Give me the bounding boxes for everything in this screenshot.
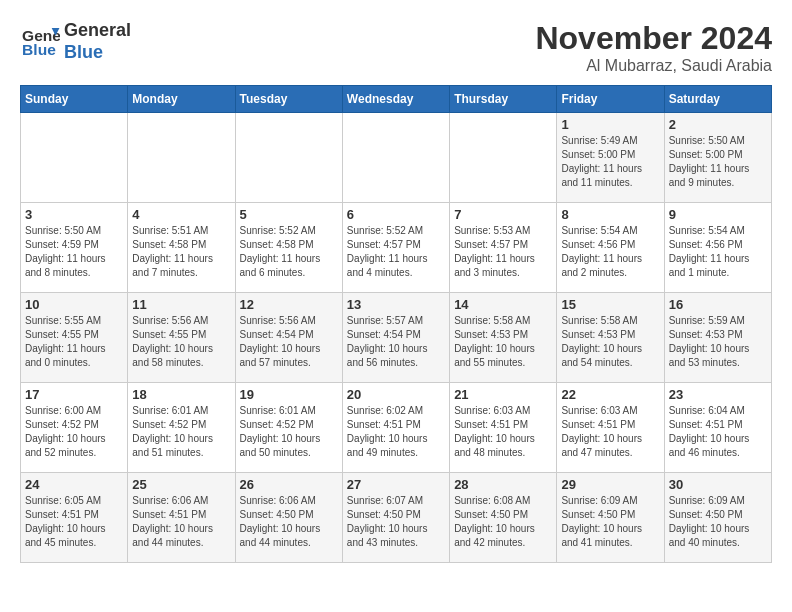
calendar-cell: 25 Sunrise: 6:06 AMSunset: 4:51 PMDaylig…: [128, 473, 235, 563]
calendar-week-row: 3 Sunrise: 5:50 AMSunset: 4:59 PMDayligh…: [21, 203, 772, 293]
day-number: 26: [240, 477, 338, 492]
calendar-cell: 16 Sunrise: 5:59 AMSunset: 4:53 PMDaylig…: [664, 293, 771, 383]
day-number: 16: [669, 297, 767, 312]
logo-line1: General: [64, 20, 131, 42]
day-info: Sunrise: 6:06 AMSunset: 4:50 PMDaylight:…: [240, 495, 321, 548]
day-number: 22: [561, 387, 659, 402]
main-title: November 2024: [535, 20, 772, 57]
calendar-cell: 9 Sunrise: 5:54 AMSunset: 4:56 PMDayligh…: [664, 203, 771, 293]
calendar-cell: 8 Sunrise: 5:54 AMSunset: 4:56 PMDayligh…: [557, 203, 664, 293]
day-info: Sunrise: 5:58 AMSunset: 4:53 PMDaylight:…: [561, 315, 642, 368]
calendar-table: SundayMondayTuesdayWednesdayThursdayFrid…: [20, 85, 772, 563]
calendar-cell: 22 Sunrise: 6:03 AMSunset: 4:51 PMDaylig…: [557, 383, 664, 473]
day-number: 12: [240, 297, 338, 312]
day-number: 3: [25, 207, 123, 222]
day-info: Sunrise: 5:54 AMSunset: 4:56 PMDaylight:…: [561, 225, 642, 278]
day-info: Sunrise: 6:09 AMSunset: 4:50 PMDaylight:…: [669, 495, 750, 548]
calendar-cell: 14 Sunrise: 5:58 AMSunset: 4:53 PMDaylig…: [450, 293, 557, 383]
calendar-cell: 18 Sunrise: 6:01 AMSunset: 4:52 PMDaylig…: [128, 383, 235, 473]
day-number: 5: [240, 207, 338, 222]
day-info: Sunrise: 5:54 AMSunset: 4:56 PMDaylight:…: [669, 225, 750, 278]
calendar-cell: 17 Sunrise: 6:00 AMSunset: 4:52 PMDaylig…: [21, 383, 128, 473]
day-number: 23: [669, 387, 767, 402]
day-number: 27: [347, 477, 445, 492]
day-number: 2: [669, 117, 767, 132]
calendar-cell: 29 Sunrise: 6:09 AMSunset: 4:50 PMDaylig…: [557, 473, 664, 563]
header: General Blue General Blue November 2024 …: [20, 20, 772, 75]
calendar-cell: 1 Sunrise: 5:49 AMSunset: 5:00 PMDayligh…: [557, 113, 664, 203]
calendar-cell: 19 Sunrise: 6:01 AMSunset: 4:52 PMDaylig…: [235, 383, 342, 473]
day-info: Sunrise: 6:01 AMSunset: 4:52 PMDaylight:…: [132, 405, 213, 458]
day-info: Sunrise: 5:55 AMSunset: 4:55 PMDaylight:…: [25, 315, 106, 368]
calendar-week-row: 10 Sunrise: 5:55 AMSunset: 4:55 PMDaylig…: [21, 293, 772, 383]
day-number: 30: [669, 477, 767, 492]
day-info: Sunrise: 6:04 AMSunset: 4:51 PMDaylight:…: [669, 405, 750, 458]
day-number: 28: [454, 477, 552, 492]
day-number: 18: [132, 387, 230, 402]
calendar-cell: 26 Sunrise: 6:06 AMSunset: 4:50 PMDaylig…: [235, 473, 342, 563]
day-number: 24: [25, 477, 123, 492]
svg-text:Blue: Blue: [22, 41, 56, 58]
day-info: Sunrise: 6:05 AMSunset: 4:51 PMDaylight:…: [25, 495, 106, 548]
day-header: Wednesday: [342, 86, 449, 113]
day-header: Saturday: [664, 86, 771, 113]
day-header: Monday: [128, 86, 235, 113]
day-info: Sunrise: 5:57 AMSunset: 4:54 PMDaylight:…: [347, 315, 428, 368]
calendar-cell: 5 Sunrise: 5:52 AMSunset: 4:58 PMDayligh…: [235, 203, 342, 293]
day-info: Sunrise: 5:58 AMSunset: 4:53 PMDaylight:…: [454, 315, 535, 368]
calendar-cell: 24 Sunrise: 6:05 AMSunset: 4:51 PMDaylig…: [21, 473, 128, 563]
day-number: 19: [240, 387, 338, 402]
day-number: 20: [347, 387, 445, 402]
day-number: 10: [25, 297, 123, 312]
calendar-cell: 27 Sunrise: 6:07 AMSunset: 4:50 PMDaylig…: [342, 473, 449, 563]
day-number: 17: [25, 387, 123, 402]
day-info: Sunrise: 5:56 AMSunset: 4:55 PMDaylight:…: [132, 315, 213, 368]
day-info: Sunrise: 6:02 AMSunset: 4:51 PMDaylight:…: [347, 405, 428, 458]
day-number: 1: [561, 117, 659, 132]
calendar-cell: 7 Sunrise: 5:53 AMSunset: 4:57 PMDayligh…: [450, 203, 557, 293]
calendar-cell: [342, 113, 449, 203]
calendar-cell: 12 Sunrise: 5:56 AMSunset: 4:54 PMDaylig…: [235, 293, 342, 383]
day-info: Sunrise: 5:52 AMSunset: 4:58 PMDaylight:…: [240, 225, 321, 278]
day-info: Sunrise: 6:03 AMSunset: 4:51 PMDaylight:…: [561, 405, 642, 458]
calendar-cell: 20 Sunrise: 6:02 AMSunset: 4:51 PMDaylig…: [342, 383, 449, 473]
day-info: Sunrise: 6:06 AMSunset: 4:51 PMDaylight:…: [132, 495, 213, 548]
calendar-header-row: SundayMondayTuesdayWednesdayThursdayFrid…: [21, 86, 772, 113]
day-number: 8: [561, 207, 659, 222]
day-info: Sunrise: 6:07 AMSunset: 4:50 PMDaylight:…: [347, 495, 428, 548]
day-info: Sunrise: 6:03 AMSunset: 4:51 PMDaylight:…: [454, 405, 535, 458]
calendar-cell: [128, 113, 235, 203]
day-info: Sunrise: 5:51 AMSunset: 4:58 PMDaylight:…: [132, 225, 213, 278]
day-info: Sunrise: 5:50 AMSunset: 5:00 PMDaylight:…: [669, 135, 750, 188]
calendar-cell: 6 Sunrise: 5:52 AMSunset: 4:57 PMDayligh…: [342, 203, 449, 293]
calendar-cell: 15 Sunrise: 5:58 AMSunset: 4:53 PMDaylig…: [557, 293, 664, 383]
day-number: 14: [454, 297, 552, 312]
day-info: Sunrise: 5:52 AMSunset: 4:57 PMDaylight:…: [347, 225, 428, 278]
calendar-cell: [235, 113, 342, 203]
day-info: Sunrise: 5:50 AMSunset: 4:59 PMDaylight:…: [25, 225, 106, 278]
calendar-cell: 2 Sunrise: 5:50 AMSunset: 5:00 PMDayligh…: [664, 113, 771, 203]
calendar-cell: 21 Sunrise: 6:03 AMSunset: 4:51 PMDaylig…: [450, 383, 557, 473]
calendar-week-row: 24 Sunrise: 6:05 AMSunset: 4:51 PMDaylig…: [21, 473, 772, 563]
logo-line2: Blue: [64, 42, 131, 64]
calendar-week-row: 17 Sunrise: 6:00 AMSunset: 4:52 PMDaylig…: [21, 383, 772, 473]
title-section: November 2024 Al Mubarraz, Saudi Arabia: [535, 20, 772, 75]
day-header: Thursday: [450, 86, 557, 113]
calendar-cell: 28 Sunrise: 6:08 AMSunset: 4:50 PMDaylig…: [450, 473, 557, 563]
day-info: Sunrise: 5:53 AMSunset: 4:57 PMDaylight:…: [454, 225, 535, 278]
logo-icon: General Blue: [20, 24, 60, 59]
day-info: Sunrise: 6:08 AMSunset: 4:50 PMDaylight:…: [454, 495, 535, 548]
day-info: Sunrise: 5:59 AMSunset: 4:53 PMDaylight:…: [669, 315, 750, 368]
calendar-cell: 23 Sunrise: 6:04 AMSunset: 4:51 PMDaylig…: [664, 383, 771, 473]
day-header: Friday: [557, 86, 664, 113]
day-info: Sunrise: 6:01 AMSunset: 4:52 PMDaylight:…: [240, 405, 321, 458]
day-number: 25: [132, 477, 230, 492]
logo: General Blue General Blue: [20, 20, 131, 63]
day-header: Tuesday: [235, 86, 342, 113]
calendar-cell: 3 Sunrise: 5:50 AMSunset: 4:59 PMDayligh…: [21, 203, 128, 293]
day-info: Sunrise: 6:09 AMSunset: 4:50 PMDaylight:…: [561, 495, 642, 548]
day-number: 15: [561, 297, 659, 312]
day-number: 21: [454, 387, 552, 402]
day-info: Sunrise: 5:49 AMSunset: 5:00 PMDaylight:…: [561, 135, 642, 188]
day-number: 4: [132, 207, 230, 222]
